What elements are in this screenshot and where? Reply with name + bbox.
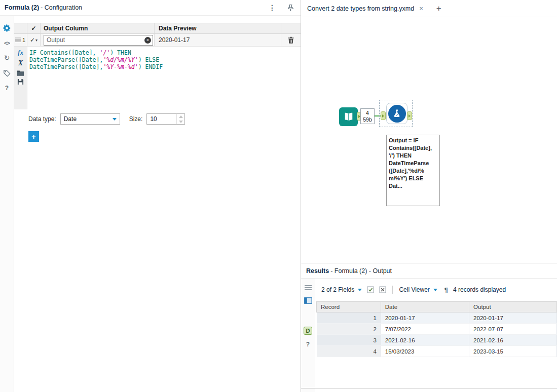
- size-increment-icon[interactable]: [177, 114, 184, 119]
- results-panel: Results - Formula (2) - Output D ?: [301, 263, 557, 392]
- column-header-record[interactable]: Record: [317, 302, 381, 312]
- table-row[interactable]: 12020-01-172020-01-17: [317, 312, 557, 324]
- output-anchor-d-button[interactable]: D: [304, 327, 312, 335]
- chevron-down-icon: [433, 289, 437, 291]
- metadata-view-icon[interactable]: [304, 297, 312, 304]
- cell-viewer-dropdown[interactable]: Cell Viewer: [399, 286, 437, 293]
- panel-menu-icon[interactable]: ⋮: [269, 4, 276, 11]
- workflow-tab-bar: Convert 2 date types from string.yxmd × …: [301, 0, 557, 17]
- configuration-panel: Formula (2) - Configuration ⋮ <> ↻: [0, 0, 301, 392]
- data-preview-value: 2020-01-17: [155, 34, 281, 46]
- size-stepper[interactable]: 10: [146, 113, 185, 125]
- variables-icon[interactable]: X: [18, 59, 23, 67]
- clear-field-icon[interactable]: ×: [144, 37, 151, 44]
- records-displayed-text: 4 records displayed: [453, 286, 506, 293]
- cell-viewer-label: Cell Viewer: [399, 286, 429, 293]
- fields-dropdown[interactable]: 2 of 2 Fields: [321, 286, 362, 293]
- connection-size: 59b: [363, 116, 372, 123]
- tab-workflow[interactable]: Convert 2 date types from string.yxmd ×: [301, 0, 429, 17]
- data-cell[interactable]: 2022-07-07: [469, 324, 557, 335]
- data-preview-header: Data Preview: [155, 23, 281, 33]
- data-type-row: Data type: Date Size: 10: [14, 110, 301, 128]
- select-all-fields-icon[interactable]: [367, 286, 374, 293]
- close-tab-icon[interactable]: ×: [419, 5, 423, 12]
- annotation-line: DateTimeParse: [389, 160, 437, 167]
- output-column-header: Output Column: [41, 23, 155, 33]
- data-type-select[interactable]: Date: [60, 113, 120, 125]
- connection-record-count: 4: [366, 110, 369, 116]
- tab-title: Convert 2 date types from string.yxmd: [307, 5, 414, 12]
- drag-column-header: [14, 23, 27, 33]
- workflow-canvas[interactable]: 4 59b Output = IFContains([Date],'/') TH…: [301, 17, 557, 263]
- size-decrement-icon[interactable]: [177, 119, 184, 124]
- results-table-header-row: Record Date Output: [317, 302, 557, 312]
- formula-toolbar: fx X: [14, 47, 27, 109]
- add-expression-button[interactable]: +: [28, 131, 39, 142]
- annotation-line: '/') THEN: [389, 152, 437, 160]
- data-cell[interactable]: 2023-03-15: [469, 346, 557, 357]
- fields-dropdown-label: 2 of 2 Fields: [321, 286, 354, 293]
- formula-input-anchor[interactable]: [381, 111, 386, 120]
- input-data-tool[interactable]: [339, 107, 358, 126]
- formula-expression-editor[interactable]: IF Contains([Date], '/') THENDateTimePar…: [27, 47, 301, 109]
- size-label: Size:: [129, 115, 143, 123]
- deselect-all-fields-icon[interactable]: [379, 286, 386, 293]
- row-check-dropdown[interactable]: ✓ ▾: [27, 34, 41, 46]
- pin-icon[interactable]: [288, 4, 293, 12]
- row-check-mark: ✓: [30, 36, 35, 44]
- formula-code-line: DateTimeParse([Date],'%d/%m/%Y') ELSE: [29, 56, 301, 63]
- record-cell[interactable]: 2: [317, 324, 381, 335]
- data-cell[interactable]: 2020-01-17: [381, 312, 469, 324]
- formula-tool[interactable]: [386, 103, 407, 124]
- workflow-area: Convert 2 date types from string.yxmd × …: [301, 0, 557, 392]
- functions-icon[interactable]: fx: [18, 49, 23, 57]
- check-column-header: ✓: [27, 23, 41, 33]
- results-bottom-divider: [301, 388, 557, 388]
- settings-icon[interactable]: [3, 24, 11, 32]
- annotation-line: Contains([Date],: [389, 144, 437, 152]
- tag-icon[interactable]: [3, 69, 11, 77]
- column-header-date[interactable]: Date: [381, 302, 469, 312]
- help-icon[interactable]: ?: [5, 85, 9, 91]
- toolbar-separator: [392, 286, 393, 294]
- results-toolbar: 2 of 2 Fields: [316, 279, 557, 301]
- flask-icon: [392, 108, 402, 119]
- config-panel-title: Formula (2): [5, 4, 39, 11]
- refresh-icon[interactable]: ↻: [4, 54, 10, 61]
- connection-progress-badge[interactable]: 4 59b: [360, 108, 375, 124]
- saved-expressions-folder-icon[interactable]: [17, 70, 24, 76]
- results-help-icon[interactable]: ?: [306, 341, 310, 347]
- record-cell[interactable]: 4: [317, 346, 381, 357]
- chevron-down-icon: [113, 118, 117, 121]
- record-cell[interactable]: 3: [317, 335, 381, 346]
- data-cell[interactable]: 7/07/2022: [381, 324, 469, 335]
- results-title: Results: [306, 267, 329, 275]
- data-type-label: Data type:: [28, 115, 56, 123]
- output-column-input[interactable]: Output ×: [44, 35, 153, 46]
- delete-expression-icon[interactable]: [288, 36, 294, 44]
- table-row[interactable]: 32021-02-162021-02-16: [317, 335, 557, 346]
- expression-table-header: ✓ Output Column Data Preview: [14, 23, 301, 34]
- drag-handle-icon[interactable]: [15, 37, 21, 43]
- results-header: Results - Formula (2) - Output: [301, 263, 557, 279]
- column-header-output[interactable]: Output: [469, 302, 557, 312]
- alteryx-designer-window: Formula (2) - Configuration ⋮ <> ↻: [0, 0, 557, 392]
- book-icon: [343, 112, 354, 122]
- data-cell[interactable]: 2020-01-17: [469, 312, 557, 324]
- data-type-value: Date: [64, 115, 113, 123]
- formula-output-anchor[interactable]: [407, 111, 412, 120]
- data-cell[interactable]: 2021-02-16: [381, 335, 469, 346]
- table-row[interactable]: 415/03/20232023-03-15: [317, 346, 557, 357]
- whitespace-toggle-icon[interactable]: ¶: [444, 286, 448, 294]
- new-tab-button[interactable]: +: [429, 4, 449, 14]
- table-row[interactable]: 27/07/20222022-07-07: [317, 324, 557, 335]
- code-view-icon[interactable]: <>: [4, 41, 10, 46]
- data-cell[interactable]: 15/03/2023: [381, 346, 469, 357]
- profile-list-icon[interactable]: [305, 285, 312, 291]
- data-cell[interactable]: 2021-02-16: [469, 335, 557, 346]
- tool-annotation[interactable]: Output = IFContains([Date],'/') THENDate…: [386, 135, 440, 206]
- record-cell[interactable]: 1: [317, 312, 381, 324]
- results-view-strip: D ?: [301, 279, 315, 392]
- config-panel-subtitle: - Configuration: [41, 4, 82, 11]
- save-expression-icon[interactable]: [17, 79, 24, 85]
